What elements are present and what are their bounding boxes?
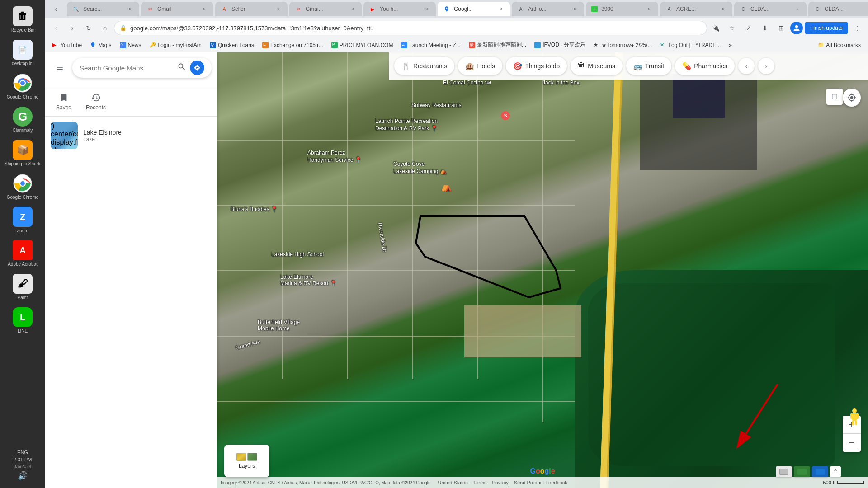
send-btn[interactable]: ↗ — [741, 21, 756, 35]
expand-map-btn[interactable] — [826, 89, 843, 105]
sidebar-toggle-btn[interactable]: ⊞ — [774, 21, 788, 35]
tab-clda[interactable]: C CLDA... × — [734, 2, 807, 16]
back-btn[interactable]: ‹ — [49, 21, 63, 35]
bookmark-more[interactable]: » — [725, 40, 736, 50]
location-btn[interactable] — [843, 89, 861, 107]
taskbar-icon-chrome2[interactable]: Google Chrome — [5, 171, 41, 202]
maps-search-icon[interactable] — [177, 62, 186, 74]
street-view-person[interactable] — [848, 408, 861, 429]
menu-btn[interactable]: ⋮ — [850, 21, 864, 35]
bookmark-movie[interactable]: 最 最新陌剧·推荐陌剧... — [465, 39, 530, 51]
category-restaurants[interactable]: 🍴 Restaurants — [394, 57, 454, 75]
maps-recents-btn[interactable]: Recents — [79, 89, 113, 114]
tab-gmail2[interactable]: ✉ Gmai... × — [289, 2, 362, 16]
view-btn-2[interactable] — [794, 466, 810, 477]
tab-seller[interactable]: A Seller × — [215, 2, 288, 16]
category-things-to-do[interactable]: 🎯 Things to do — [506, 57, 567, 75]
tab-close-gmail2[interactable]: × — [349, 5, 356, 13]
taskbar-icon-line[interactable]: L LINE — [5, 305, 41, 336]
bookmark-label-movie: 最新陌剧·推荐陌剧... — [477, 41, 526, 49]
taskbar-icon-acrobat[interactable]: A Adobe Acrobat — [5, 238, 41, 269]
lake-water — [575, 270, 868, 488]
bookmark-launch[interactable]: Z Launch Meeting - Z... — [397, 40, 464, 50]
map-pin-campsite: ⛺ — [441, 181, 452, 192]
bookmark-label-tomorrow: ★Tomorrow● 2/25/... — [602, 42, 652, 48]
sidebar-lake-item[interactable]: ') center/cover; display:flex; align-ite… — [45, 116, 217, 155]
finish-update-btn[interactable]: Finish update — [805, 22, 848, 34]
back-btn-title[interactable]: ‹ — [49, 2, 63, 16]
zoom-out-btn[interactable]: − — [843, 434, 861, 452]
view-btn-3[interactable] — [812, 466, 828, 477]
tab-maps[interactable]: Googl... × — [438, 2, 510, 16]
tab-close-acre[interactable]: × — [720, 5, 727, 13]
bookmark-label-launch: Launch Meeting - Z... — [409, 42, 460, 48]
tab-close-maps[interactable]: × — [497, 5, 505, 13]
maps-search-input[interactable] — [80, 64, 174, 72]
taskbar-icon-zoom[interactable]: Z Zoom — [5, 204, 41, 236]
bookmark-all[interactable]: 📁 All Bookmarks — [814, 40, 864, 50]
tab-close-youtube[interactable]: × — [423, 5, 430, 13]
chrome-window: ‹ 🔍 Searc... × ✉ Gmail × A Seller × ✉ Gm… — [45, 0, 868, 488]
bookmark-ifvod[interactable]: I IFVOD - 分享欢乐 — [531, 39, 589, 51]
address-bar[interactable]: 🔒 google.com/maps/@33.6720392,-117.37978… — [114, 21, 707, 35]
bookmark-exchange[interactable]: E Exchange on 7105 r... — [259, 40, 327, 50]
tab-gmail[interactable]: ✉ Gmail × — [141, 2, 213, 16]
taskbar-icon-google-chrome[interactable]: Google Chrome — [5, 70, 41, 102]
bookmarks-bar: ▶ YouTube Maps N News 🔑 Login - myFirstA… — [45, 38, 868, 52]
maps-saved-btn[interactable]: Saved — [49, 89, 79, 114]
profile-btn[interactable] — [790, 22, 803, 34]
extension-btn[interactable]: 🔌 — [709, 21, 723, 35]
tab-acre[interactable]: A ACRE... × — [660, 2, 732, 16]
tab-youtube[interactable]: ▶ You h... × — [363, 2, 436, 16]
star-btn[interactable]: ☆ — [725, 21, 740, 35]
categories-prev-btn[interactable]: ‹ — [738, 58, 755, 74]
link-united-states[interactable]: United States — [438, 480, 468, 485]
tab-3900[interactable]: 3 3900 × — [586, 2, 658, 16]
categories-next-btn[interactable]: › — [758, 58, 774, 74]
bookmark-quicken[interactable]: Q Quicken Loans — [206, 40, 258, 50]
map-label-grand-ave: Grand Ave — [235, 338, 261, 351]
bookmark-news[interactable]: N News — [116, 40, 145, 50]
expand-terrain-btn[interactable]: ⌃ — [830, 466, 841, 477]
link-feedback[interactable]: Send Product Feedback — [514, 480, 567, 485]
taskbar-speaker[interactable]: 🔊 — [18, 471, 28, 481]
bookmark-maps[interactable]: Maps — [86, 40, 115, 50]
bookmark-login[interactable]: 🔑 Login - myFirstAm — [146, 40, 205, 50]
taskbar-icon-desktop-ini[interactable]: 📄 desktop.ini — [5, 37, 41, 69]
download-btn[interactable]: ⬇ — [758, 21, 772, 35]
bookmark-tomorrow[interactable]: ★ ★Tomorrow● 2/25/... — [590, 40, 656, 50]
layers-btn[interactable]: Layers — [224, 445, 269, 477]
category-pharmacies[interactable]: 💊 Pharmacies — [675, 57, 735, 75]
system-date: 3/6/2024 — [14, 464, 32, 469]
bookmark-price[interactable]: P PRICEMYLOAN.COM — [328, 40, 397, 50]
category-hotels[interactable]: 🏨 Hotels — [458, 57, 502, 75]
link-privacy[interactable]: Privacy — [492, 480, 509, 485]
tab-close-clda[interactable]: × — [794, 5, 801, 13]
bookmark-logout[interactable]: ✕ Log Out | E*TRADE... — [656, 40, 724, 50]
tab-artha[interactable]: A ArtHo... × — [512, 2, 584, 16]
taskbar-icon-paint[interactable]: 🖌 Paint — [5, 271, 41, 303]
maps-search-box[interactable] — [72, 58, 212, 78]
tab-close-seller[interactable]: × — [275, 5, 282, 13]
svg-rect-13 — [856, 413, 859, 419]
tab-search[interactable]: 🔍 Searc... × — [67, 2, 139, 16]
link-terms[interactable]: Terms — [473, 480, 487, 485]
tab-close-gmail[interactable]: × — [201, 5, 208, 13]
maps-menu-btn[interactable] — [51, 59, 69, 77]
tab-clda2[interactable]: C CLDA... × — [808, 2, 868, 16]
reload-btn[interactable]: ↻ — [81, 21, 96, 35]
taskbar-icon-recycle-bin[interactable]: 🗑 Recycle Bin — [5, 4, 41, 35]
view-btn-1[interactable] — [776, 466, 792, 477]
tab-close-3900[interactable]: × — [646, 5, 653, 13]
tab-close-artha[interactable]: × — [571, 5, 579, 13]
home-btn[interactable]: ⌂ — [98, 21, 112, 35]
category-transit[interactable]: 🚌 Transit — [626, 57, 671, 75]
map-area[interactable]: El Comal Cocina 🍽 Jack in the Box Subway… — [217, 52, 868, 488]
taskbar-icon-shipping[interactable]: 📦 Shipping to Shortcut — [5, 137, 41, 169]
taskbar-icon-clammaly[interactable]: G Clammaly — [5, 104, 41, 136]
bookmark-youtube[interactable]: ▶ YouTube — [49, 40, 85, 50]
maps-directions-icon[interactable] — [190, 61, 204, 75]
forward-btn[interactable]: › — [65, 21, 80, 35]
tab-close-search[interactable]: × — [127, 5, 134, 13]
category-museums[interactable]: 🏛 Museums — [571, 57, 623, 75]
